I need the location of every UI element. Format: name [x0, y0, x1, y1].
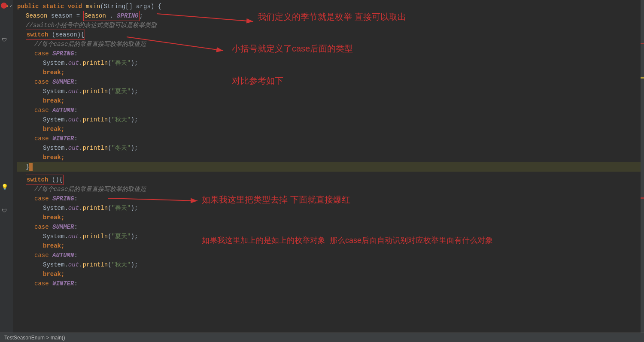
status-bar: TestSeasonEnum > main() [0, 333, 644, 342]
code-line-4: switch (season){ [17, 30, 644, 39]
code-line-26: System . out . println ( "夏天" ); [17, 232, 644, 241]
code-line-29: System . out . println ( "秋天" ); [17, 260, 644, 269]
code-line-14: break; [17, 124, 644, 134]
code-line-16: System . out . println ( "冬天" ); [17, 143, 644, 153]
breakpoint-icon[interactable] [1, 3, 7, 9]
code-line-24: break; [17, 213, 644, 222]
status-bar-text: TestSeasonEnum > main() [4, 335, 65, 341]
code-line-31: case WINTER : [17, 279, 644, 288]
code-line-gap [17, 172, 644, 175]
code-line-5: //每个case后的常量直接写枚举的取值范 [17, 39, 644, 49]
code-line-12: case AUTUMN : [17, 106, 644, 115]
left-gutter: ■ ◆ ✓ 🛡 🛡 💡 [0, 0, 13, 342]
checkmark-icon: ✓ [9, 3, 12, 9]
scroll-mark-2 [641, 77, 644, 79]
code-line-3: //switch小括号中的表达式类型可以是枚举类型 [17, 21, 644, 30]
code-line-27: break; [17, 241, 644, 251]
code-line-23: System . out . println ( "春天" ); [17, 203, 644, 213]
code-line-21: //每个case后的常量直接写枚举的取值范 [17, 185, 644, 194]
code-line-15: case WINTER : [17, 134, 644, 143]
code-line-11: break; [17, 96, 644, 106]
code-line-6: case SPRING : [17, 49, 644, 58]
code-line-13: System . out . println ( "秋天" ); [17, 115, 644, 124]
scroll-mark-3 [641, 197, 644, 199]
lightbulb-icon[interactable]: 💡 [1, 184, 8, 191]
code-line-20: switch (){ [17, 175, 644, 185]
code-line-1: public static void main (String[] args) … [17, 2, 644, 11]
code-line-17: break; [17, 153, 644, 162]
code-line-22: case SPRING : [17, 194, 644, 203]
shield-icon-2: 🛡 [2, 208, 7, 214]
code-line-7: System . out . println ( "春天" ); [17, 58, 644, 68]
code-line-28: case AUTUMN : [17, 251, 644, 260]
code-line-30: break; [17, 269, 644, 279]
code-line-25: case SUMMER : [17, 222, 644, 232]
code-editor: public static void main (String[] args) … [13, 0, 644, 342]
code-line-2: Season season = Season . SPRING ; [17, 11, 644, 21]
shield-icon-1: 🛡 [2, 37, 7, 43]
code-line-18: } [17, 162, 644, 172]
cursor-block [29, 163, 33, 171]
code-line-10: System . out . println ( "夏天" ); [17, 87, 644, 96]
code-content: public static void main (String[] args) … [13, 0, 644, 290]
code-line-8: break; [17, 68, 644, 77]
editor-window: ■ ◆ ✓ 🛡 🛡 💡 public static void main (Str… [0, 0, 644, 342]
scroll-mark-1 [641, 43, 644, 44]
vertical-scrollbar[interactable] [641, 0, 644, 333]
code-line-9: case SUMMER : [17, 77, 644, 87]
